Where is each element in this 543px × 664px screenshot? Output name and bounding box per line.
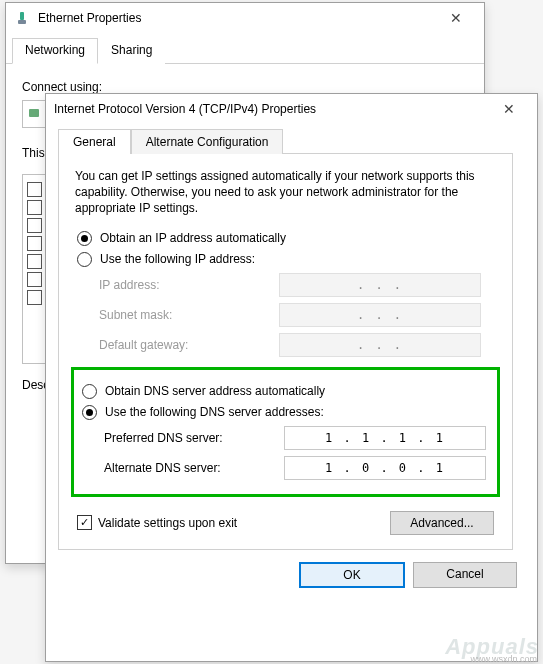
- dialog-buttons: OK Cancel: [52, 550, 531, 588]
- alternate-dns-input[interactable]: 1 . 0 . 0 . 1: [284, 456, 486, 480]
- ip-address-label: IP address:: [99, 278, 269, 292]
- radio-icon: [77, 252, 92, 267]
- description-text: You can get IP settings assigned automat…: [75, 168, 496, 217]
- checkbox-icon: [27, 218, 42, 233]
- svg-rect-2: [29, 109, 39, 117]
- alternate-dns-label: Alternate DNS server:: [104, 461, 274, 475]
- checkbox-label: Validate settings upon exit: [98, 516, 237, 530]
- checkbox-icon: [77, 515, 92, 530]
- checkbox-icon: [27, 254, 42, 269]
- titlebar[interactable]: Internet Protocol Version 4 (TCP/IPv4) P…: [46, 94, 537, 124]
- checkbox-icon: [27, 236, 42, 251]
- default-gateway-label: Default gateway:: [99, 338, 269, 352]
- checkbox-icon: [27, 200, 42, 215]
- subnet-mask-label: Subnet mask:: [99, 308, 269, 322]
- connect-using-label: Connect using:: [22, 80, 468, 94]
- preferred-dns-input[interactable]: 1 . 1 . 1 . 1: [284, 426, 486, 450]
- default-gateway-input: . . .: [279, 333, 481, 357]
- tabstrip: General Alternate Configuration: [52, 124, 531, 153]
- validate-settings-checkbox[interactable]: Validate settings upon exit: [77, 515, 237, 530]
- close-icon[interactable]: ✕: [489, 95, 529, 123]
- tabstrip: Networking Sharing: [6, 33, 484, 64]
- tab-alternate-configuration[interactable]: Alternate Configuration: [131, 129, 284, 154]
- cancel-button[interactable]: Cancel: [413, 562, 517, 588]
- ip-address-input: . . .: [279, 273, 481, 297]
- checkbox-icon: [27, 290, 42, 305]
- preferred-dns-label: Preferred DNS server:: [104, 431, 274, 445]
- network-adapter-icon: [14, 10, 30, 26]
- svg-rect-0: [20, 12, 24, 20]
- radio-label: Obtain an IP address automatically: [100, 231, 286, 245]
- radio-obtain-ip-auto[interactable]: Obtain an IP address automatically: [77, 231, 494, 246]
- subnet-mask-input: . . .: [279, 303, 481, 327]
- radio-label: Obtain DNS server address automatically: [105, 384, 325, 398]
- titlebar[interactable]: Ethernet Properties ✕: [6, 3, 484, 33]
- tab-sharing[interactable]: Sharing: [98, 38, 165, 64]
- ok-button[interactable]: OK: [299, 562, 405, 588]
- tab-general[interactable]: General: [58, 129, 131, 154]
- radio-icon: [82, 384, 97, 399]
- radio-icon: [82, 405, 97, 420]
- checkbox-icon: [27, 182, 42, 197]
- network-adapter-icon: [27, 106, 41, 123]
- general-panel: You can get IP settings assigned automat…: [58, 153, 513, 550]
- checkbox-icon: [27, 272, 42, 287]
- window-title: Internet Protocol Version 4 (TCP/IPv4) P…: [54, 102, 489, 116]
- window-title: Ethernet Properties: [38, 11, 436, 25]
- tab-networking[interactable]: Networking: [12, 38, 98, 64]
- svg-rect-1: [18, 20, 26, 24]
- radio-obtain-dns-auto[interactable]: Obtain DNS server address automatically: [82, 384, 489, 399]
- radio-label: Use the following DNS server addresses:: [105, 405, 324, 419]
- dns-highlight-box: Obtain DNS server address automatically …: [71, 367, 500, 497]
- radio-icon: [77, 231, 92, 246]
- radio-use-following-dns[interactable]: Use the following DNS server addresses:: [82, 405, 489, 420]
- advanced-button[interactable]: Advanced...: [390, 511, 494, 535]
- radio-label: Use the following IP address:: [100, 252, 255, 266]
- ipv4-properties-window: Internet Protocol Version 4 (TCP/IPv4) P…: [45, 93, 538, 662]
- watermark-url: www.wsxdn.com: [470, 654, 537, 664]
- radio-use-following-ip[interactable]: Use the following IP address:: [77, 252, 494, 267]
- close-icon[interactable]: ✕: [436, 4, 476, 32]
